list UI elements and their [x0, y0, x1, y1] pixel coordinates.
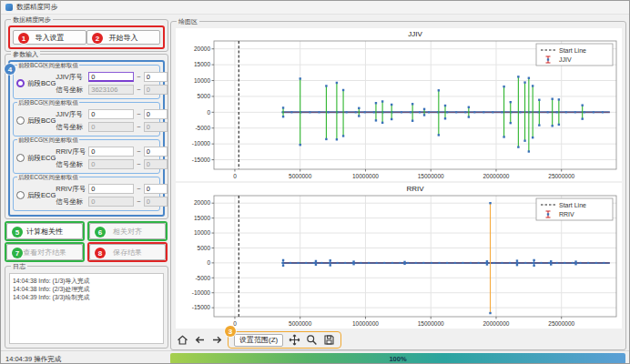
status-bar: 14:04:39 操作完成 100% [1, 350, 630, 364]
front-bcg-section: 前段BCG区间坐标取值 前段BCG JJIV序号 ~ [13, 65, 160, 99]
step-badge-7: 7 [12, 248, 23, 258]
svg-text:15000: 15000 [194, 215, 210, 221]
view-align-result-button[interactable]: 7 查看对齐结果 [6, 244, 83, 260]
svg-text:-10000: -10000 [192, 289, 211, 296]
set-range-button[interactable]: 设置范围(Z) [234, 334, 283, 347]
svg-text:0: 0 [207, 109, 210, 116]
front-bcg-radio-label: 前段BCG [27, 79, 56, 88]
front-ecg-radio[interactable] [16, 154, 25, 162]
rear-bcg-section-title: 后段BCG区间坐标取值 [17, 99, 79, 106]
svg-text:15000: 15000 [194, 61, 210, 67]
rear-ecg-rriv-from-input[interactable] [88, 184, 134, 194]
svg-text:Start Line: Start Line [559, 202, 586, 208]
rear-ecg-coord-to-input[interactable] [144, 197, 168, 207]
pan-icon[interactable] [288, 334, 300, 347]
jjiv-index-label: JJIV序号 [56, 110, 86, 119]
front-bcg-coord-to-input[interactable] [144, 85, 168, 95]
import-settings-label: 导入设置 [36, 33, 65, 43]
action-buttons: 5 计算相关性 6 相关对齐 7 查看对齐结果 8 保存结果 [5, 221, 168, 264]
front-ecg-coord-to-input[interactable] [144, 159, 168, 169]
log-group: 日志 14:04:38 Info: (1/3)导入完成 14:04:38 Inf… [5, 266, 168, 349]
svg-text:0: 0 [233, 320, 237, 327]
svg-text:-10000: -10000 [192, 140, 211, 147]
log-line: 14:04:39 Info: (3/3)绘制完成 [13, 293, 160, 301]
log-textarea[interactable]: 14:04:38 Info: (1/3)导入完成 14:04:38 Info: … [9, 273, 164, 344]
front-bcg-coord-from-input[interactable] [88, 85, 134, 95]
rear-bcg-jjiv-to-input[interactable] [144, 109, 168, 119]
range-tilde: ~ [137, 147, 140, 156]
save-icon[interactable] [322, 334, 335, 347]
svg-text:-5000: -5000 [195, 275, 210, 281]
rriv-index-label: RRIV序号 [56, 147, 86, 157]
zoom-icon[interactable] [305, 334, 318, 347]
rear-ecg-rriv-to-input[interactable] [144, 184, 168, 194]
view-result-cell: 7 查看对齐结果 [5, 242, 85, 262]
step-badge-3: 3 [225, 326, 236, 337]
calc-correlation-label: 计算相关性 [26, 227, 63, 237]
rriv-chart[interactable]: 0500000010000000150000002000000025000000… [176, 183, 622, 329]
save-result-cell: 8 保存结果 [87, 242, 168, 262]
rear-bcg-coord-from-input[interactable] [88, 122, 134, 132]
rear-bcg-radio[interactable] [16, 116, 25, 125]
log-group-title: 日志 [11, 262, 27, 270]
range-tilde: ~ [137, 110, 140, 118]
progress-label: 100% [389, 355, 406, 363]
front-ecg-coord-from-input[interactable] [88, 159, 134, 169]
svg-text:JJIV: JJIV [408, 30, 422, 38]
range-tilde: ~ [137, 73, 140, 81]
calc-corr-cell: 5 计算相关性 [5, 221, 85, 241]
rear-bcg-coord-to-input[interactable] [144, 122, 168, 132]
front-bcg-radio[interactable] [16, 79, 25, 87]
range-tilde: ~ [137, 160, 140, 168]
import-settings-button[interactable]: 1 导入设置 [13, 30, 86, 45]
svg-text:15000000: 15000000 [418, 320, 444, 327]
set-range-label: 设置范围(Z) [239, 335, 278, 345]
plot-group-title: 绘图区 [177, 17, 199, 25]
svg-text:20000: 20000 [194, 199, 210, 206]
import-frame-annotation: 1 导入设置 2 开始导入 [8, 25, 165, 49]
front-ecg-rriv-to-input[interactable] [144, 147, 168, 157]
param-group: 参数输入 4 前段BCG区间坐标取值 前段BCG JJIV序号 ~ [5, 54, 168, 219]
front-ecg-rriv-from-input[interactable] [88, 147, 134, 157]
rear-ecg-coord-from-input[interactable] [88, 197, 134, 207]
front-bcg-jjiv-to-input[interactable] [144, 72, 168, 82]
jjiv-chart[interactable]: 0500000010000000150000002000000025000000… [176, 28, 622, 181]
rear-bcg-jjiv-from-input[interactable] [88, 109, 134, 119]
forward-arrow-icon[interactable] [210, 334, 223, 347]
svg-text:-15000: -15000 [192, 304, 211, 310]
rear-bcg-body: 后段BCG JJIV序号 ~ 信号坐标 ~ [14, 103, 159, 136]
front-bcg-section-title: 前段BCG区间坐标取值 [17, 62, 79, 69]
signal-coord-label: 信号坐标 [56, 160, 86, 169]
rear-ecg-body: 后段ECG RRIV序号 ~ 信号坐标 ~ [14, 177, 159, 210]
start-import-button[interactable]: 2 开始导入 [86, 30, 160, 45]
corr-align-button[interactable]: 6 相关对齐 [89, 223, 166, 239]
front-bcg-jjiv-from-input[interactable] [88, 72, 134, 82]
plot-toolbar: 3 设置范围(Z) [174, 331, 341, 349]
front-ecg-body: 前段ECG RRIV序号 ~ 信号坐标 ~ [14, 140, 159, 173]
rear-ecg-section-title: 后段ECG区间坐标取值 [17, 174, 79, 181]
rear-ecg-section: 后段ECG区间坐标取值 后段ECG RRIV序号 ~ [13, 177, 160, 211]
step-badge-5: 5 [12, 227, 23, 238]
back-arrow-icon[interactable] [193, 334, 206, 347]
rear-ecg-radio[interactable] [16, 191, 25, 199]
svg-text:20000000: 20000000 [483, 320, 510, 327]
window-title: 数据精度同步 [16, 3, 57, 12]
front-ecg-section-title: 前段ECG区间坐标取值 [17, 136, 79, 144]
rear-ecg-radio-label: 后段ECG [27, 191, 56, 200]
start-import-label: 开始导入 [109, 33, 138, 43]
home-icon[interactable] [176, 334, 188, 347]
rear-bcg-section: 后段BCG区间坐标取值 后段BCG JJIV序号 ~ [13, 102, 160, 136]
rriv-index-label: RRIV序号 [56, 185, 86, 194]
svg-text:-15000: -15000 [192, 157, 211, 163]
step-badge-4: 4 [5, 64, 15, 75]
title-bar: 数据精度同步 [1, 1, 630, 15]
save-result-button[interactable]: 8 保存结果 [89, 244, 166, 260]
param-group-title: 参数输入 [11, 50, 40, 58]
log-line: 14:04:38 Info: (1/3)导入完成 [13, 277, 160, 285]
calc-correlation-button[interactable]: 5 计算相关性 [6, 223, 83, 239]
svg-text:5000000: 5000000 [289, 173, 312, 179]
svg-text:15000000: 15000000 [418, 173, 444, 179]
svg-text:25000000: 25000000 [548, 173, 574, 179]
range-tilde: ~ [137, 185, 140, 193]
corr-align-label: 相关对齐 [113, 227, 142, 237]
